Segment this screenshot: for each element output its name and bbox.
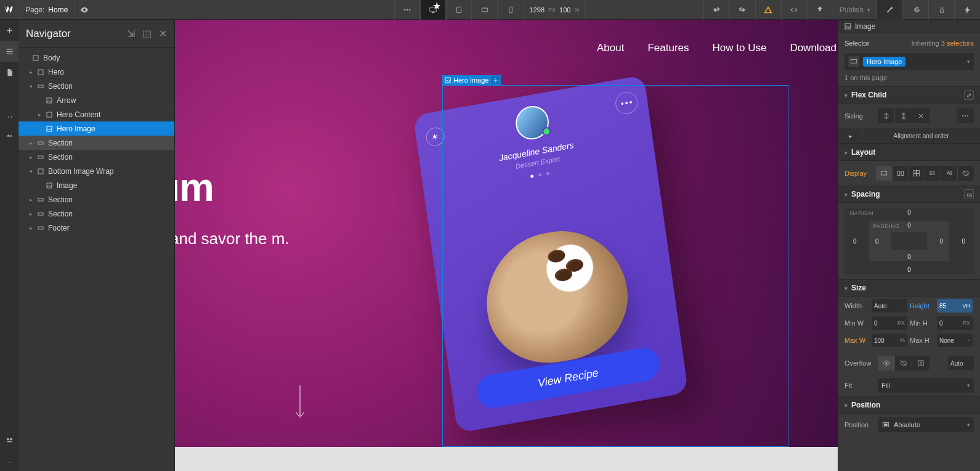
tree-row-image[interactable]: Image (18, 178, 174, 192)
display-grid-button[interactable] (909, 166, 925, 181)
tree-row-bottom-image-wrap[interactable]: ▾Bottom Image Wrap (18, 164, 174, 178)
style-panel-tab[interactable] (877, 0, 902, 20)
tree-row-hero[interactable]: ▸Hero (18, 65, 174, 79)
max-height-input[interactable]: None- (937, 334, 973, 347)
margin-bottom-value[interactable]: 0 (907, 266, 911, 273)
next-section-strip[interactable] (175, 447, 838, 471)
expand-icon[interactable]: ⤢ (964, 90, 974, 100)
preview-button[interactable] (75, 0, 94, 19)
pin-panel-icon[interactable]: ◫ (142, 28, 152, 39)
guides-button[interactable] (0, 366, 18, 387)
element-settings-tab[interactable] (902, 0, 928, 20)
nav-features[interactable]: Features (647, 42, 689, 54)
help-button[interactable] (0, 450, 18, 471)
section-head-position[interactable]: ▾Position (838, 396, 980, 414)
width-input[interactable]: Auto- (872, 299, 907, 313)
tree-row-section-3[interactable]: ▸Section (18, 150, 174, 164)
issues-button[interactable] (755, 0, 781, 20)
display-flex-button[interactable] (893, 166, 909, 181)
display-inline-block-button[interactable] (925, 166, 941, 181)
overflow-hidden-button[interactable] (895, 356, 912, 371)
margin-top-value[interactable]: 0 (907, 209, 911, 216)
tree-row-section-4[interactable]: ▸Section (18, 192, 174, 207)
hero-title-text[interactable]: mentum (175, 165, 214, 210)
search-button[interactable] (0, 408, 18, 429)
audit-button[interactable] (0, 324, 18, 345)
add-element-button[interactable] (0, 20, 18, 41)
padding-top-value[interactable]: 0 (907, 222, 911, 229)
tree-row-hero-content[interactable]: ▸Hero Content (18, 107, 174, 121)
cms-button[interactable] (0, 83, 18, 104)
section-head-spacing[interactable]: ▾Spacing▭ (838, 186, 980, 203)
pages-button[interactable] (0, 62, 18, 83)
height-input[interactable]: 85VH (937, 299, 973, 313)
interactions-tab[interactable] (954, 0, 980, 20)
assets-button[interactable] (0, 125, 18, 145)
min-width-input[interactable]: 0PX (872, 316, 907, 330)
page-selector[interactable]: Page: Home (18, 0, 75, 19)
flex-align-row[interactable]: ▸ Alignment and order (838, 128, 980, 144)
tree-row-section-1[interactable]: ▾Section (18, 79, 174, 93)
select-tool-button[interactable] (0, 345, 18, 366)
collapse-all-icon[interactable]: ⇲ (127, 28, 135, 39)
viewport-width-readout[interactable]: 1298 PX 100 % (524, 0, 586, 20)
publish-dropdown[interactable]: Publish ▾ (833, 0, 877, 20)
breakpoint-selector-icon[interactable] (848, 56, 859, 67)
overflow-scroll-button[interactable] (912, 356, 929, 371)
design-canvas[interactable]: About Features How to Use Download mentu… (175, 20, 838, 471)
flex-shrink-button[interactable] (878, 109, 895, 123)
selection-tag[interactable]: Hero Image (442, 75, 501, 85)
webflow-logo[interactable] (0, 0, 18, 19)
section-head-size[interactable]: ▾Size (838, 279, 980, 297)
code-export-button[interactable] (781, 0, 807, 20)
ecommerce-button[interactable] (0, 104, 18, 125)
tablet-breakpoint-button[interactable] (446, 0, 472, 20)
xray-button[interactable] (0, 387, 18, 408)
margin-left-value[interactable]: 0 (853, 238, 857, 245)
min-height-input[interactable]: 0PX (937, 316, 973, 330)
display-block-button[interactable] (876, 166, 892, 181)
tree-row-section-5[interactable]: ▸Section (18, 207, 174, 221)
flex-grow-button[interactable] (895, 109, 912, 123)
more-breakpoints-icon[interactable] (394, 0, 420, 20)
nav-download[interactable]: Download (790, 42, 836, 54)
scroll-down-arrow-icon[interactable] (294, 384, 306, 421)
padding-bottom-value[interactable]: 0 (907, 253, 911, 260)
nav-how-to-use[interactable]: How to Use (713, 42, 767, 54)
nav-about[interactable]: About (597, 42, 624, 54)
close-panel-icon[interactable]: ✕ (159, 28, 167, 39)
desktop-breakpoint-button[interactable]: ★ (420, 0, 446, 20)
padding-left-value[interactable]: 0 (875, 238, 879, 245)
overflow-visible-button[interactable] (878, 356, 895, 371)
selector-chip[interactable]: Hero Image (863, 57, 905, 67)
mobile-portrait-breakpoint-button[interactable] (498, 0, 524, 20)
section-head-layout[interactable]: ▾Layout (838, 144, 980, 161)
share-button[interactable] (807, 0, 833, 20)
selector-state-dropdown-icon[interactable]: ▾ (967, 59, 970, 65)
flex-none-button[interactable] (912, 109, 929, 123)
max-width-input[interactable]: 100% (872, 334, 907, 347)
tree-row-footer[interactable]: ▸Footer (18, 221, 174, 235)
mobile-landscape-breakpoint-button[interactable] (472, 0, 498, 20)
tree-row-hero-image[interactable]: Hero Image (18, 121, 174, 136)
fit-select[interactable]: Fill▾ (878, 378, 974, 393)
spacing-editor[interactable]: MARGIN 0 0 0 0 PADDING 0 0 0 0 (838, 203, 980, 279)
undo-button[interactable] (703, 0, 729, 20)
margin-right-value[interactable]: 0 (962, 238, 965, 245)
position-select[interactable]: Absolute ▾ (878, 417, 974, 432)
tree-row-section-2[interactable]: ▸Section (18, 136, 174, 150)
display-inline-button[interactable] (941, 166, 957, 181)
padding-right-value[interactable]: 0 (939, 238, 943, 245)
video-tutorials-button[interactable] (0, 429, 18, 450)
tree-row-arrow[interactable]: Arrow (18, 93, 174, 107)
display-none-button[interactable] (958, 166, 974, 181)
selector-input[interactable]: Hero Image ▾ (844, 53, 974, 70)
section-head-flex-child[interactable]: ▾Flex Child⤢ (838, 86, 980, 104)
tree-row-body[interactable]: Body (18, 51, 174, 65)
settings-button[interactable] (0, 145, 18, 166)
redo-button[interactable] (729, 0, 755, 20)
spacing-expand-icon[interactable]: ▭ (964, 189, 974, 199)
overflow-auto-button[interactable]: Auto (948, 356, 974, 370)
selection-settings-icon[interactable] (491, 76, 500, 84)
navigator-button[interactable] (0, 41, 18, 62)
